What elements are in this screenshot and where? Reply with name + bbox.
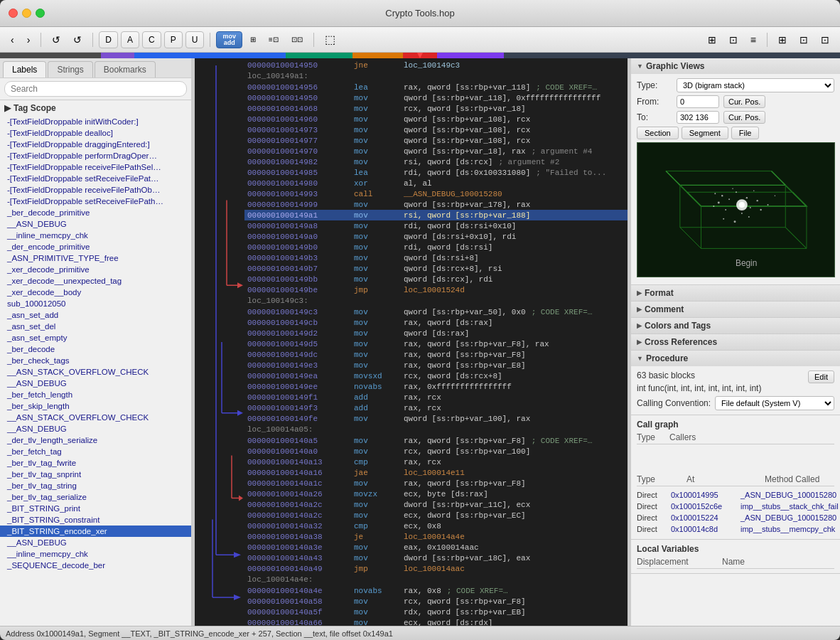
- maximize-button[interactable]: [36, 9, 45, 18]
- from-input[interactable]: [677, 95, 719, 108]
- list-item[interactable]: _ber_check_tags: [0, 355, 191, 366]
- color-seg-4[interactable]: [286, 53, 353, 58]
- tab-bookmarks[interactable]: Bookmarks: [95, 61, 156, 78]
- chip-button[interactable]: ⬚: [320, 31, 340, 48]
- disasm-row[interactable]: 0000001000140a32 cmp ecx, 0x8: [244, 521, 628, 531]
- disasm-row[interactable]: 0000001000140a13 cmp rax, rcx: [244, 457, 628, 467]
- to-cur-pos-button[interactable]: Cur. Pos.: [723, 111, 765, 124]
- color-seg-2[interactable]: [101, 53, 134, 58]
- list-item[interactable]: -[TextFieldDroppable setReceiveFilePat…: [0, 173, 191, 184]
- comment-header[interactable]: ▶ Comment: [631, 302, 840, 317]
- disasm-row[interactable]: 0000001000149f1 add rax, rcx: [244, 392, 628, 402]
- disasm-row[interactable]: 0000001000149f3 add rax, rcx: [244, 402, 628, 413]
- disasm-row[interactable]: 000000100014982 mov rsi, qword [ds:rcx] …: [244, 156, 628, 167]
- disasm-row[interactable]: 000000100014956 lea rax, qword [ss:rbp+v…: [244, 82, 628, 92]
- disasm-row[interactable]: 000000100014970 mov qword [ss:rbp+var_18…: [244, 146, 628, 156]
- split2-button[interactable]: ⊡: [724, 31, 743, 48]
- to-input[interactable]: [677, 111, 719, 124]
- color-seg-5[interactable]: [352, 53, 403, 58]
- edit-button[interactable]: Edit: [808, 370, 834, 383]
- disasm-row[interactable]: 0000001000149cb mov rax, qword [ds:rax]: [244, 317, 628, 328]
- color-bar[interactable]: [0, 53, 840, 58]
- segment-button[interactable]: Segment: [682, 127, 728, 139]
- list-item[interactable]: _xer_decode_primitive: [0, 264, 191, 275]
- disasm-row[interactable]: 000000100014950 mov qword [ss:rbp+var_11…: [244, 92, 628, 103]
- color-seg-6[interactable]: [437, 53, 505, 58]
- view2-button[interactable]: ≡⊡: [264, 31, 284, 48]
- list-item[interactable]: _ber_fetch_tag: [0, 446, 191, 457]
- graphic-views-header[interactable]: ▼ Graphic Views: [631, 58, 840, 74]
- disasm-row[interactable]: 0000001000140a49 jmp loc_100014aac: [244, 563, 628, 574]
- list-item[interactable]: _BIT_STRING_constraint: [0, 514, 191, 526]
- list-item[interactable]: _der_encode_primitive: [0, 241, 191, 252]
- list-item[interactable]: __ASN_STACK_OVERFLOW_CHECK: [0, 412, 191, 423]
- tab-strings[interactable]: Strings: [48, 61, 92, 78]
- disasm-row[interactable]: 000000100014968 mov rcx, qword [ss:rbp+v…: [244, 103, 628, 114]
- type-select[interactable]: 3D (bigram stack): [677, 78, 834, 92]
- list-item[interactable]: _ber_skip_length: [0, 400, 191, 412]
- disasm-row[interactable]: 0000001000140a2c mov dword [ss:rbp+var_1…: [244, 499, 628, 510]
- disasm-row[interactable]: 0000001000140a43 mov dword [ss:rbp+var_1…: [244, 553, 628, 563]
- from-cur-pos-button[interactable]: Cur. Pos.: [723, 95, 765, 108]
- split3-button[interactable]: ≡: [745, 31, 761, 48]
- view3-button[interactable]: ⊡⊡: [286, 31, 308, 48]
- view1-button[interactable]: ⊞: [245, 31, 261, 48]
- list-item[interactable]: -[TextFieldDroppable dealloc]: [0, 127, 191, 139]
- disasm-row[interactable]: 000000100014950 jne loc_100149c3: [244, 60, 628, 70]
- disasm-row[interactable]: 0000001000149c3 mov qword [ss:rbp+var_50…: [244, 306, 628, 317]
- disasm-row[interactable]: 0000001000149be jmp loc_10001524d: [244, 284, 628, 295]
- colors-tags-header[interactable]: ▶ Colors and Tags: [631, 318, 840, 334]
- disasm-view[interactable]: 000000100014950 jne loc_100149c3 loc_100…: [195, 58, 628, 626]
- disasm-row[interactable]: 0000001000149e3 mov rax, qword [ss:rbp+v…: [244, 360, 628, 370]
- a-button[interactable]: A: [121, 31, 139, 48]
- u-button[interactable]: U: [185, 31, 205, 48]
- tab-labels[interactable]: Labels: [3, 61, 46, 78]
- list-item-selected[interactable]: _BIT_STRING_encode_xer: [0, 526, 191, 537]
- minimize-button[interactable]: [22, 9, 31, 18]
- disasm-row[interactable]: 0000001000149d5 mov rax, qword [ss:rbp+v…: [244, 338, 628, 349]
- list-item[interactable]: -[TextFieldDroppable setReceiveFilePath…: [0, 196, 191, 207]
- disasm-row[interactable]: 000000100014980 xor al, al: [244, 178, 628, 188]
- split1-button[interactable]: ⊞: [703, 31, 721, 48]
- list-item[interactable]: _xer_decode__unexpected_tag: [0, 275, 191, 287]
- list-item[interactable]: _ber_tlv_tag_fwrite: [0, 457, 191, 469]
- list-item[interactable]: -[TextFieldDroppable performDragOper…: [0, 150, 191, 161]
- list-item[interactable]: _asn_set_del: [0, 321, 191, 332]
- disasm-row[interactable]: 0000001000149b0 mov rdi, qword [ds:rsi]: [244, 242, 628, 252]
- list-item[interactable]: -[TextFieldDroppable receiveFilePathOb…: [0, 184, 191, 196]
- procedure-header[interactable]: ▼ Procedure: [631, 351, 840, 366]
- disasm-row[interactable]: 0000001000140a4e novabs rax, 0x8 ; CODE …: [244, 585, 628, 596]
- list-item[interactable]: _ber_decode: [0, 343, 191, 355]
- list-item[interactable]: __ASN_DEBUG: [0, 423, 191, 434]
- list-item[interactable]: _SEQUENCE_decode_ber: [0, 560, 191, 571]
- layout3-button[interactable]: ⊡: [816, 31, 834, 48]
- calling-conv-select[interactable]: File default (System V): [715, 396, 834, 410]
- disasm-row[interactable]: 000000100014999 mov qword [ss:rbp+var_17…: [244, 199, 628, 210]
- list-item[interactable]: _xer_decode__body: [0, 287, 191, 298]
- disasm-row[interactable]: 0000001000140a66 mov ecx, qword [ds:rdx]: [244, 617, 628, 626]
- list-item[interactable]: -[TextFieldDroppable receiveFilePathSel…: [0, 161, 191, 173]
- refresh2-button[interactable]: ↺: [68, 31, 87, 48]
- disasm-row[interactable]: 0000001000149dc mov rax, qword [ss:rbp+v…: [244, 349, 628, 360]
- search-input[interactable]: [4, 81, 187, 97]
- cross-references-header[interactable]: ▶ Cross References: [631, 334, 840, 350]
- disasm-text[interactable]: 000000100014950 jne loc_100149c3 loc_100…: [244, 58, 628, 626]
- disasm-row[interactable]: 0000001000149ee novabs rax, 0xffffffffff…: [244, 381, 628, 392]
- disasm-row[interactable]: 000000100014993 call __ASN_DEBUG_1000152…: [244, 188, 628, 199]
- list-item[interactable]: sub_100012050: [0, 298, 191, 309]
- section-button[interactable]: Section: [637, 127, 679, 139]
- table-row[interactable]: Direct 0x1000152c6e imp__stubs__stack_ch…: [637, 501, 834, 512]
- file-button[interactable]: File: [731, 127, 760, 139]
- color-seg-1[interactable]: [0, 53, 101, 58]
- list-item[interactable]: _der_tlv_length_serialize: [0, 434, 191, 446]
- table-row[interactable]: Direct 0x100014c8d imp__stubs__memcpy_ch…: [637, 523, 834, 535]
- disasm-row[interactable]: 0000001000140a3e mov eax, 0x100014aac: [244, 542, 628, 553]
- list-item[interactable]: __inline_memcpy_chk: [0, 230, 191, 241]
- list-item[interactable]: _BIT_STRING_print: [0, 503, 191, 514]
- disasm-row[interactable]: 000000100014977 mov qword [ss:rbp+var_10…: [244, 135, 628, 146]
- list-item[interactable]: __inline_memcpy_chk: [0, 548, 191, 560]
- disasm-row[interactable]: 0000001000149fe mov qword [ss:rbp+var_10…: [244, 413, 628, 424]
- list-item[interactable]: __ASN_DEBUG: [0, 378, 191, 389]
- d-button[interactable]: D: [99, 31, 118, 48]
- refresh-button[interactable]: ↺: [47, 31, 65, 48]
